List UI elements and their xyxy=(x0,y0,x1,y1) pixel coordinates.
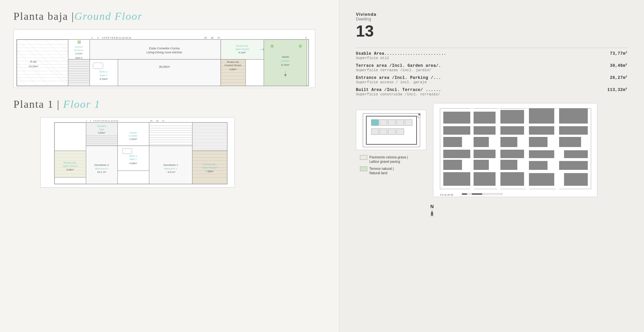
area-row-terrace: Terrace area /Incl. Garden area/. 30,46m… xyxy=(356,63,627,72)
svg-rect-190 xyxy=(500,172,524,186)
svg-rect-211 xyxy=(556,108,559,192)
svg-line-14 xyxy=(17,40,68,86)
svg-rect-183 xyxy=(474,160,489,170)
area-value-usable: 73,77m2 xyxy=(610,51,627,56)
svg-rect-203 xyxy=(443,124,588,126)
svg-rect-196 xyxy=(529,173,554,186)
area-sublabel-built: Superficie construida /incl. terrazas/ xyxy=(356,92,627,96)
dwelling-label: Dwelling xyxy=(356,17,627,21)
area-row-usable: Usable Area........................ 73,7… xyxy=(356,51,627,60)
divider xyxy=(356,48,627,48)
svg-rect-177 xyxy=(443,160,462,170)
svg-rect-175 xyxy=(443,137,462,147)
legend-label-natural: Terreno natural |Natural land xyxy=(369,167,394,175)
svg-rect-163 xyxy=(396,120,404,126)
svg-rect-197 xyxy=(559,108,588,124)
svg-text:ADG 3: ADG 3 xyxy=(75,57,83,59)
area-sublabel-entrance: Superficie acceso / incl. garaje xyxy=(356,80,627,84)
svg-text:Acceso: Acceso xyxy=(75,46,83,48)
svg-rect-185 xyxy=(500,110,524,124)
svg-text:16: 16 xyxy=(156,120,158,122)
svg-rect-204 xyxy=(443,135,588,137)
svg-text:Bath 1: Bath 1 xyxy=(129,158,137,161)
area-label-entrance: Entrance area /Incl. Parking /... xyxy=(356,76,441,80)
svg-text:Terraza des.: Terraza des. xyxy=(236,45,249,47)
svg-rect-216 xyxy=(472,193,482,195)
svg-text:10,1 m²: 10,1 m² xyxy=(97,171,106,174)
svg-text:0   5   10        20          : 0 5 10 20 40 xyxy=(440,194,453,196)
svg-text:Becroom 1: Becroom 1 xyxy=(164,167,177,170)
area-value-terrace: 30,46m2 xyxy=(610,63,627,68)
svg-rect-178 xyxy=(443,172,470,186)
svg-text:2,11m²: 2,11m² xyxy=(75,52,83,55)
svg-rect-191 xyxy=(529,108,554,124)
svg-rect-176 xyxy=(443,150,470,158)
svg-text:Open Terrace: Open Terrace xyxy=(235,48,249,51)
north-arrow-section: N xyxy=(428,200,627,219)
ground-floor-title-sep: | xyxy=(71,10,74,22)
svg-rect-215 xyxy=(467,193,472,195)
svg-text:Entrance: Entrance xyxy=(74,49,84,51)
areas-section: Usable Area........................ 73,7… xyxy=(356,51,627,96)
svg-rect-189 xyxy=(500,160,517,170)
svg-point-79 xyxy=(299,44,302,48)
svg-rect-205 xyxy=(443,147,588,150)
legend-north-col: N Pavimento celosía grava |Lattice grave… xyxy=(356,103,426,178)
svg-rect-184 xyxy=(474,172,495,186)
ground-floor-title: Planta baja |Ground Floor xyxy=(13,10,325,22)
svg-text:Covered Terrace: Covered Terrace xyxy=(224,64,241,66)
svg-rect-173 xyxy=(443,112,470,124)
north-n-label: N xyxy=(430,204,434,209)
svg-text:17: 17 xyxy=(217,37,220,39)
svg-text:3,08m²: 3,08m² xyxy=(66,168,74,171)
site-map: 0 5 10 20 40 xyxy=(433,103,597,197)
vivienda-label: Vivienda xyxy=(356,12,627,17)
svg-rect-194 xyxy=(529,150,554,159)
area-row-entrance: Entrance area /Incl. Parking /... 26,27m… xyxy=(356,75,627,84)
svg-text:Living-Dining room-Kitchen: Living-Dining room-Kitchen xyxy=(147,51,182,54)
svg-rect-202 xyxy=(564,173,588,186)
floor1-title: Planta 1 | Floor 1 xyxy=(13,98,325,110)
svg-rect-165 xyxy=(371,129,379,135)
area-value-built: 113,32m2 xyxy=(607,87,627,92)
svg-text:8,79m²: 8,79m² xyxy=(281,63,290,66)
area-value-entrance: 26,27m2 xyxy=(610,75,627,80)
svg-rect-166 xyxy=(380,129,387,135)
svg-rect-161 xyxy=(380,120,387,126)
legend-swatch-lattice xyxy=(360,155,367,160)
svg-rect-160 xyxy=(371,120,379,126)
area-label-built: Built Area /Incl. Terrace/ ...... xyxy=(356,88,441,92)
svg-rect-168 xyxy=(396,129,404,135)
svg-rect-214 xyxy=(462,193,467,195)
legend-minimap: N xyxy=(356,110,426,150)
floor1-title-main: Planta 1 xyxy=(13,98,54,110)
svg-text:7,38m²: 7,38m² xyxy=(206,170,214,173)
svg-text:Baño 2: Baño 2 xyxy=(100,70,108,74)
svg-text:2: 2 xyxy=(90,120,91,122)
svg-text:Terraza cub.: Terraza cub. xyxy=(227,61,239,63)
svg-text:Dormitorio 2: Dormitorio 2 xyxy=(94,163,109,167)
svg-rect-181 xyxy=(474,137,489,147)
svg-text:Becroom 2: Becroom 2 xyxy=(95,167,108,170)
floor1-title-sub: Floor 1 xyxy=(63,98,100,110)
svg-rect-182 xyxy=(474,150,495,158)
svg-text:Open Terrace: Open Terrace xyxy=(202,166,217,169)
svg-rect-201 xyxy=(559,161,588,171)
svg-text:Estar-Comedor-Cocina: Estar-Comedor-Cocina xyxy=(149,47,180,50)
svg-rect-174 xyxy=(443,126,470,135)
svg-text:N: N xyxy=(418,113,421,116)
svg-text:4,53m²: 4,53m² xyxy=(98,132,105,134)
svg-text:15: 15 xyxy=(150,120,153,122)
legend-item-natural: Terreno natural |Natural land xyxy=(360,167,422,175)
svg-text:Garden: Garden xyxy=(281,59,290,62)
svg-text:35,05m²: 35,05m² xyxy=(159,65,170,68)
svg-rect-139 xyxy=(149,123,193,146)
svg-rect-149 xyxy=(192,123,227,151)
area-sublabel-terrace: Superficie terrazas /incl. jardín/ xyxy=(356,68,627,72)
svg-text:4,53m²: 4,53m² xyxy=(100,78,108,81)
svg-text:8,14m²: 8,14m² xyxy=(239,51,246,54)
svg-text:P-42: P-42 xyxy=(30,60,37,63)
floor1-title-sep: | xyxy=(57,98,63,110)
floor1-plan: Terraza des. Open Terrace 3,08m² Escaler… xyxy=(40,117,235,188)
svg-rect-179 xyxy=(474,112,495,124)
